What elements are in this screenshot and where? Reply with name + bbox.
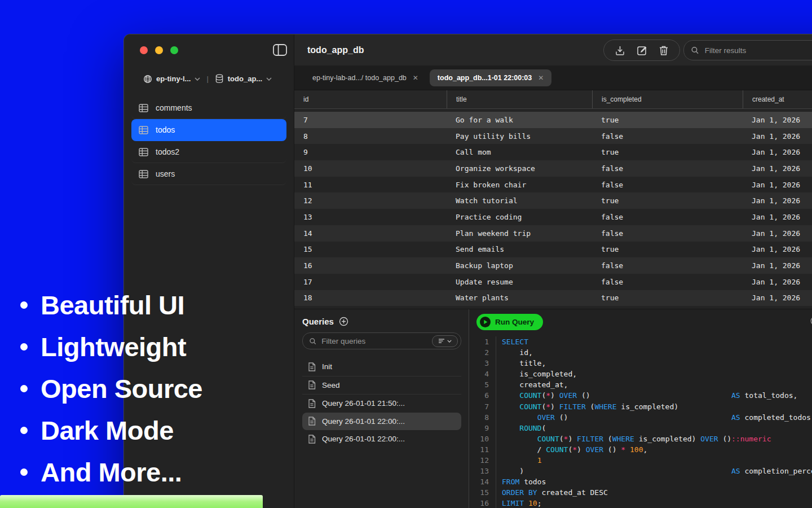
table-grid-icon (139, 126, 148, 134)
code-line: ) AS completion_percentage (502, 466, 812, 476)
table-row[interactable]: 15Send emailstrueJan 1, 2026 (294, 242, 812, 258)
run-query-button[interactable]: Run Query (476, 314, 543, 330)
column-header-is_completed[interactable]: is_completed (592, 90, 743, 108)
sidebar-item-label: todos2 (156, 147, 179, 156)
line-number: 4 (469, 369, 489, 379)
results-filter (683, 40, 812, 60)
bullet-dot (20, 468, 28, 476)
table-grid-icon (139, 170, 148, 178)
tab-label: todo_app_db...1-01 22:00:03 (438, 74, 532, 82)
code-line: created_at, (502, 379, 812, 390)
bullet-dot (20, 343, 28, 351)
query-item-label: Query 26-01-01 22:00:... (322, 435, 405, 443)
query-item[interactable]: Init (302, 358, 461, 376)
search-icon (691, 46, 699, 55)
table-cell: 7 (294, 116, 447, 124)
edit-icon (637, 45, 647, 56)
connection-host[interactable]: ep-tiny-l... (156, 75, 191, 83)
toolbar (603, 40, 680, 61)
table-cell: 13 (294, 213, 447, 221)
table-cell: Watch tutorial (447, 196, 592, 205)
tab-1[interactable]: todo_app_db...1-01 22:00:03✕ (430, 69, 551, 86)
table-cell: Jan 1, 2026 (743, 132, 812, 141)
search-icon (309, 337, 316, 345)
bottom-panels: Queries (294, 309, 812, 508)
sidebar-item-todos2[interactable]: todos2 (131, 141, 286, 163)
main-header: todo_app_db (294, 34, 812, 65)
zoom-window-button[interactable] (170, 46, 178, 54)
queries-filter (302, 332, 461, 349)
page-title: todo_app_db (307, 45, 364, 55)
tab-0[interactable]: ep-tiny-lab-ad.../ todo_app_db✕ (304, 69, 426, 86)
table-cell: 11 (294, 181, 447, 189)
table-cell: false (592, 213, 743, 221)
query-item-label: Seed (322, 381, 340, 389)
table-row[interactable]: 17Update resumefalseJan 1, 2026 (294, 274, 812, 290)
sidebar-item-comments[interactable]: comments (131, 97, 286, 119)
tab-close-icon[interactable]: ✕ (538, 74, 544, 82)
query-file-icon (308, 399, 316, 408)
column-header-created_at[interactable]: created_at (743, 90, 812, 108)
export-button[interactable] (615, 45, 625, 56)
line-number: 7 (469, 401, 489, 412)
results-filter-input[interactable] (704, 46, 812, 55)
table-row[interactable]: 10Organize workspacefalseJan 1, 2026 (294, 160, 812, 177)
table-row[interactable]: 9Call momtrueJan 1, 2026 (294, 144, 812, 160)
table-row[interactable]: 12Watch tutorialtrueJan 1, 2026 (294, 192, 812, 209)
queries-filter-input[interactable] (320, 336, 429, 346)
column-header-title[interactable]: title (447, 90, 592, 108)
table-row[interactable]: 18Water plantstrueJan 1, 2026 (294, 290, 812, 306)
sql-code-editor[interactable]: 1234567891011121314151617 SELECT id, tit… (469, 334, 812, 508)
table-row[interactable]: 11Fix broken chairfalseJan 1, 2026 (294, 177, 812, 193)
table-row[interactable]: 8Pay utility billsfalseJan 1, 2026 (294, 128, 812, 144)
delete-button[interactable] (659, 45, 669, 56)
connection-database[interactable]: todo_ap... (228, 75, 262, 83)
add-query-icon[interactable] (339, 317, 348, 326)
sidebar-toggle-icon (273, 44, 287, 56)
line-number: 1 (469, 336, 489, 347)
feature-bullet-text: And More... (41, 457, 182, 488)
green-accent-strip (0, 495, 263, 508)
feature-bullet: Lightweight (20, 326, 202, 367)
query-item[interactable]: Query 26-01-01 22:00:... (302, 430, 461, 448)
tab-close-icon[interactable]: ✕ (413, 74, 418, 82)
query-item[interactable]: Query 26-01-01 22:00:... (302, 413, 461, 431)
edit-button[interactable] (637, 45, 647, 56)
line-number: 13 (469, 466, 489, 476)
code-line: id, (502, 347, 812, 358)
minimize-window-button[interactable] (155, 46, 163, 54)
table-cell: 17 (294, 278, 447, 286)
feature-bullet: Beautiful UI (20, 284, 202, 326)
query-item[interactable]: Seed (302, 376, 461, 395)
feature-bullet-text: Beautiful UI (41, 290, 184, 321)
queries-sort-button[interactable] (432, 335, 458, 347)
close-window-button[interactable] (140, 46, 148, 54)
sidebar-toggle-button[interactable] (273, 44, 287, 56)
column-header-id[interactable]: id (294, 90, 447, 108)
line-number: 5 (469, 379, 489, 390)
chevron-down-icon[interactable] (195, 77, 200, 81)
query-file-icon (308, 362, 316, 371)
query-file-icon (308, 380, 316, 389)
tab-label: ep-tiny-lab-ad.../ todo_app_db (312, 74, 407, 82)
table-row[interactable]: 7Go for a walktrueJan 1, 2026 (294, 112, 812, 128)
table-cell: Jan 1, 2026 (743, 164, 812, 173)
table-row[interactable]: 13Practice codingfalseJan 1, 2026 (294, 209, 812, 225)
line-number: 16 (469, 498, 489, 508)
queries-header: Queries (302, 317, 461, 326)
table-cell: Send emails (447, 245, 592, 253)
chevron-down-icon[interactable] (266, 77, 272, 81)
table-cell: 15 (294, 245, 447, 253)
sidebar-item-todos[interactable]: todos (131, 119, 286, 141)
sidebar-item-users[interactable]: users (131, 163, 286, 185)
globe-icon (143, 75, 152, 84)
line-number: 12 (469, 455, 489, 466)
sort-lines-icon (438, 338, 445, 344)
app-window: ep-tiny-l... | todo_ap... comments todos… (123, 34, 812, 508)
table-row[interactable]: 14Plan weekend tripfalseJan 1, 2026 (294, 225, 812, 242)
table-row[interactable]: 16Backup laptopfalseJan 1, 2026 (294, 257, 812, 274)
query-item[interactable]: Query 26-01-01 21:50:... (302, 395, 461, 413)
queries-panel: Queries (294, 309, 469, 508)
export-icon (615, 45, 625, 56)
page-background: ep-tiny-l... | todo_ap... comments todos… (0, 0, 812, 508)
